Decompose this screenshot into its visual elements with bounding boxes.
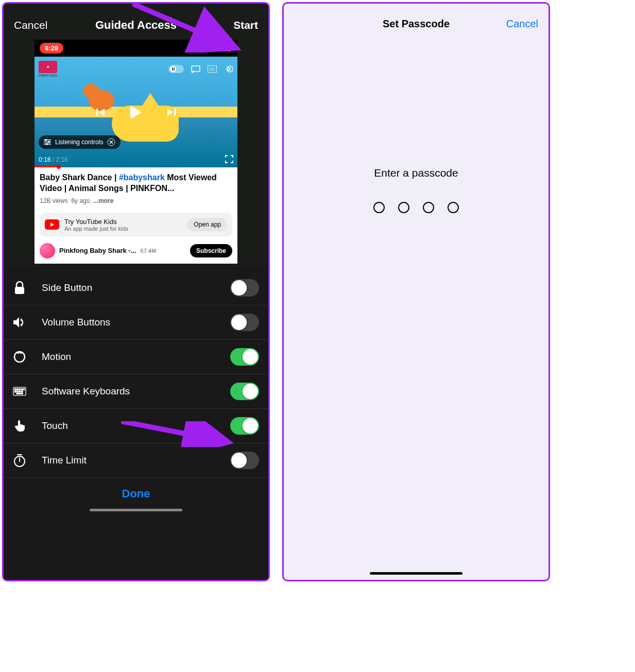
gear-icon[interactable] [224,64,233,74]
svg-rect-16 [96,109,98,116]
video-meta: 12B views 6y ago ...more [40,197,232,204]
video-progress-time: 0:18 / 2:16 [39,156,68,163]
passcode-dots [373,202,459,213]
channel-name[interactable]: Pinkfong Baby Shark -... [59,247,136,254]
fullscreen-icon[interactable] [225,155,233,163]
listening-controls-pill[interactable]: Listening controls [39,135,121,149]
youtube-icon [45,219,59,230]
video-player[interactable]: ★ PINKFONG CC Listening controls [35,57,237,167]
svg-line-39 [121,421,214,439]
svg-text:CC: CC [210,67,215,71]
subscribe-button[interactable]: Subscribe [190,244,232,257]
svg-line-0 [132,4,222,42]
pinkfong-logo: ★ [39,61,57,73]
lock-icon [13,281,26,295]
home-indicator[interactable] [370,572,462,575]
option-label: Software Keyboards [42,386,130,397]
svg-rect-36 [21,391,23,392]
svg-rect-35 [19,391,21,392]
cc-icon[interactable]: CC [208,65,217,73]
passcode-dot [373,202,385,213]
toggle-time-limit[interactable] [230,452,259,469]
kids-title: Try YouTube Kids [64,218,128,226]
touch-icon [13,419,26,433]
cancel-button[interactable]: Cancel [506,18,538,30]
option-row-software-keyboards: Software Keyboards [4,374,268,409]
guided-access-screen: Cancel Guided Access Start 8:28 [2,2,270,581]
prev-icon[interactable] [96,108,106,117]
svg-rect-11 [174,67,175,71]
video-info: Baby Shark Dance | #babyshark Most Viewe… [35,167,237,209]
channel-avatar[interactable] [40,243,55,259]
timer-icon [13,454,26,467]
passcode-header: Set Passcode Cancel [284,4,548,38]
svg-rect-25 [15,287,24,294]
done-button[interactable]: Done [4,478,268,506]
progress-bar[interactable] [35,166,59,167]
play-icon[interactable] [130,106,142,119]
more-button[interactable]: ...more [93,197,113,204]
svg-rect-28 [14,388,16,390]
channel-row: Pinkfong Baby Shark -... 67.4M Subscribe [35,241,237,264]
cast-icon[interactable] [191,65,200,73]
youtube-app-preview: 8:28 ★ PINKFONG [35,40,237,264]
close-icon[interactable] [107,138,115,146]
svg-point-22 [48,141,50,143]
svg-point-23 [46,143,48,145]
option-row-time-limit: Time Limit [4,443,268,478]
svg-rect-33 [14,391,16,392]
toggle-side-button[interactable] [230,279,259,297]
passcode-dot [398,202,409,213]
option-label: Time Limit [42,455,87,466]
video-title[interactable]: Baby Shark Dance | #babyshark Most Viewe… [40,173,232,194]
option-label: Side Button [42,282,92,294]
autoplay-toggle[interactable] [168,65,184,73]
youtube-kids-card: Try YouTube Kids An app made just for ki… [40,213,232,237]
passcode-dot [448,202,459,213]
svg-point-21 [45,139,47,141]
kids-subtitle: An app made just for kids [64,226,128,232]
set-passcode-screen: Set Passcode Cancel Enter a passcode [282,2,550,581]
passcode-prompt: Enter a passcode [374,167,458,179]
motion-icon [13,350,26,364]
listening-controls-label: Listening controls [55,139,103,146]
volume-icon [13,317,26,328]
option-label: Motion [42,351,71,363]
keyboard-icon [13,386,26,397]
option-label: Touch [42,420,68,432]
sliders-icon [44,139,51,145]
svg-rect-32 [24,388,25,390]
page-title: Set Passcode [383,18,450,30]
svg-rect-12 [192,66,200,72]
svg-point-26 [14,352,25,362]
svg-rect-10 [172,67,173,71]
subscriber-count: 67.4M [141,248,157,254]
svg-rect-30 [19,388,21,390]
toggle-software-keyboards[interactable] [230,383,259,400]
open-app-button[interactable]: Open app [187,218,227,231]
guided-access-options: Side Button Volume Buttons Motion Softwa… [4,267,268,580]
option-row-volume-buttons: Volume Buttons [4,305,268,340]
svg-rect-34 [17,391,19,392]
toggle-motion[interactable] [230,348,259,366]
next-icon[interactable] [166,108,176,117]
home-indicator[interactable] [90,509,182,511]
svg-rect-29 [17,388,19,390]
svg-rect-37 [16,393,23,394]
annotation-arrow-start [132,4,246,53]
option-row-side-button: Side Button [4,271,268,305]
svg-rect-17 [174,109,176,116]
recording-time: 8:28 [40,43,63,54]
annotation-arrow-touch [121,421,237,447]
option-label: Volume Buttons [42,317,110,328]
toggle-volume-buttons[interactable] [230,314,259,331]
option-row-motion: Motion [4,340,268,374]
svg-rect-31 [21,388,23,390]
cancel-button[interactable]: Cancel [14,19,47,31]
passcode-dot [423,202,434,213]
